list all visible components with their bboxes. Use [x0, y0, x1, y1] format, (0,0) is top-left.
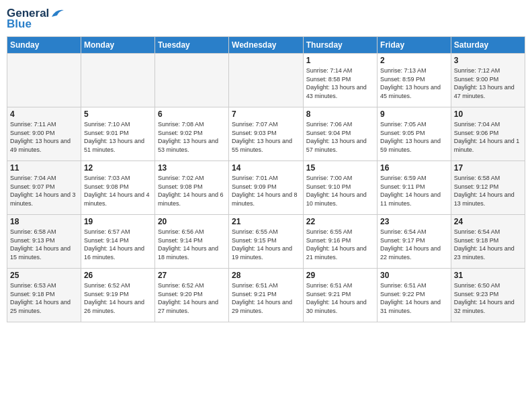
calendar-cell: 17Sunrise: 6:58 AMSunset: 9:12 PMDayligh…: [451, 161, 525, 215]
calendar-cell: [81, 54, 154, 107]
calendar-cell: [7, 54, 81, 107]
calendar-page: General Blue SundayMondayTuesdayWednesda…: [0, 0, 532, 411]
calendar-cell: 28Sunrise: 6:51 AMSunset: 9:21 PMDayligh…: [229, 269, 304, 322]
calendar-cell: 6Sunrise: 7:08 AMSunset: 9:02 PMDaylight…: [154, 107, 228, 161]
day-info: Sunrise: 6:58 AMSunset: 9:12 PMDaylight:…: [454, 174, 522, 208]
day-number: 14: [232, 163, 300, 173]
day-info: Sunrise: 7:03 AMSunset: 9:08 PMDaylight:…: [84, 174, 152, 208]
day-number: 2: [380, 56, 448, 65]
day-number: 31: [454, 271, 522, 280]
calendar-cell: 30Sunrise: 6:51 AMSunset: 9:22 PMDayligh…: [378, 269, 451, 322]
day-number: 30: [380, 271, 448, 280]
calendar-cell: 31Sunrise: 6:50 AMSunset: 9:23 PMDayligh…: [451, 269, 525, 322]
day-info: Sunrise: 7:08 AMSunset: 9:02 PMDaylight:…: [158, 120, 226, 154]
day-info: Sunrise: 7:01 AMSunset: 9:09 PMDaylight:…: [232, 174, 300, 208]
day-number: 18: [10, 217, 78, 226]
day-number: 28: [232, 271, 300, 280]
day-info: Sunrise: 7:13 AMSunset: 8:59 PMDaylight:…: [380, 66, 448, 100]
day-number: 9: [380, 109, 448, 119]
day-info: Sunrise: 6:51 AMSunset: 9:21 PMDaylight:…: [232, 281, 300, 315]
day-info: Sunrise: 6:53 AMSunset: 9:18 PMDaylight:…: [10, 281, 78, 315]
calendar-cell: 5Sunrise: 7:10 AMSunset: 9:01 PMDaylight…: [81, 107, 154, 161]
day-number: 23: [380, 217, 448, 226]
day-info: Sunrise: 6:52 AMSunset: 9:20 PMDaylight:…: [158, 281, 226, 315]
week-row-5: 25Sunrise: 6:53 AMSunset: 9:18 PMDayligh…: [7, 269, 525, 322]
week-row-4: 18Sunrise: 6:58 AMSunset: 9:13 PMDayligh…: [7, 215, 525, 269]
day-number: 20: [158, 217, 226, 226]
calendar-cell: 10Sunrise: 7:04 AMSunset: 9:06 PMDayligh…: [451, 107, 525, 161]
logo-bird-icon: [50, 7, 65, 19]
day-info: Sunrise: 6:56 AMSunset: 9:14 PMDaylight:…: [158, 228, 226, 261]
day-info: Sunrise: 6:52 AMSunset: 9:19 PMDaylight:…: [84, 281, 152, 315]
calendar-cell: 19Sunrise: 6:57 AMSunset: 9:14 PMDayligh…: [81, 215, 154, 269]
day-info: Sunrise: 6:51 AMSunset: 9:22 PMDaylight:…: [380, 281, 448, 315]
calendar-cell: 3Sunrise: 7:12 AMSunset: 9:00 PMDaylight…: [451, 54, 525, 107]
calendar-cell: 23Sunrise: 6:54 AMSunset: 9:17 PMDayligh…: [378, 215, 451, 269]
calendar-cell: 7Sunrise: 7:07 AMSunset: 9:03 PMDaylight…: [229, 107, 304, 161]
calendar-cell: 15Sunrise: 7:00 AMSunset: 9:10 PMDayligh…: [303, 161, 377, 215]
calendar-cell: 12Sunrise: 7:03 AMSunset: 9:08 PMDayligh…: [81, 161, 154, 215]
calendar-cell: 22Sunrise: 6:55 AMSunset: 9:16 PMDayligh…: [303, 215, 377, 269]
day-info: Sunrise: 7:02 AMSunset: 9:08 PMDaylight:…: [158, 174, 226, 208]
weekday-header-thursday: Thursday: [303, 37, 377, 54]
week-row-3: 11Sunrise: 7:04 AMSunset: 9:07 PMDayligh…: [7, 161, 525, 215]
day-number: 26: [84, 271, 152, 280]
day-number: 25: [10, 271, 78, 280]
day-number: 15: [306, 163, 374, 173]
day-number: 12: [84, 163, 152, 173]
day-number: 13: [158, 163, 226, 173]
day-info: Sunrise: 6:55 AMSunset: 9:16 PMDaylight:…: [306, 228, 374, 261]
logo: General Blue: [7, 7, 65, 31]
day-number: 24: [454, 217, 522, 226]
calendar-cell: 1Sunrise: 7:14 AMSunset: 8:58 PMDaylight…: [303, 54, 377, 107]
calendar-cell: 14Sunrise: 7:01 AMSunset: 9:09 PMDayligh…: [229, 161, 304, 215]
day-number: 27: [158, 271, 226, 280]
header: General Blue: [7, 7, 525, 31]
day-number: 11: [10, 163, 78, 173]
calendar-table: SundayMondayTuesdayWednesdayThursdayFrid…: [7, 36, 525, 322]
weekday-header-wednesday: Wednesday: [229, 37, 304, 54]
calendar-cell: 2Sunrise: 7:13 AMSunset: 8:59 PMDaylight…: [378, 54, 451, 107]
day-number: 5: [84, 109, 152, 119]
day-info: Sunrise: 7:12 AMSunset: 9:00 PMDaylight:…: [454, 66, 522, 100]
calendar-cell: 11Sunrise: 7:04 AMSunset: 9:07 PMDayligh…: [7, 161, 81, 215]
day-number: 21: [232, 217, 300, 226]
calendar-cell: 29Sunrise: 6:51 AMSunset: 9:21 PMDayligh…: [303, 269, 377, 322]
week-row-2: 4Sunrise: 7:11 AMSunset: 9:00 PMDaylight…: [7, 107, 525, 161]
calendar-cell: [154, 54, 228, 107]
day-info: Sunrise: 7:10 AMSunset: 9:01 PMDaylight:…: [84, 120, 152, 154]
day-info: Sunrise: 7:06 AMSunset: 9:04 PMDaylight:…: [306, 120, 374, 154]
weekday-header-saturday: Saturday: [451, 37, 525, 54]
day-number: 7: [232, 109, 300, 119]
calendar-cell: 21Sunrise: 6:55 AMSunset: 9:15 PMDayligh…: [229, 215, 304, 269]
day-info: Sunrise: 6:50 AMSunset: 9:23 PMDaylight:…: [454, 281, 522, 315]
day-number: 3: [454, 56, 522, 65]
day-number: 29: [306, 271, 374, 280]
day-number: 4: [10, 109, 78, 119]
day-info: Sunrise: 7:04 AMSunset: 9:06 PMDaylight:…: [454, 120, 522, 154]
calendar-cell: 27Sunrise: 6:52 AMSunset: 9:20 PMDayligh…: [154, 269, 228, 322]
weekday-header-sunday: Sunday: [7, 37, 81, 54]
day-info: Sunrise: 6:54 AMSunset: 9:17 PMDaylight:…: [380, 228, 448, 261]
day-info: Sunrise: 7:14 AMSunset: 8:58 PMDaylight:…: [306, 66, 374, 100]
weekday-header-row: SundayMondayTuesdayWednesdayThursdayFrid…: [7, 37, 525, 54]
day-info: Sunrise: 7:05 AMSunset: 9:05 PMDaylight:…: [380, 120, 448, 154]
day-info: Sunrise: 6:57 AMSunset: 9:14 PMDaylight:…: [84, 228, 152, 261]
day-number: 17: [454, 163, 522, 173]
day-info: Sunrise: 7:11 AMSunset: 9:00 PMDaylight:…: [10, 120, 78, 154]
calendar-cell: 24Sunrise: 6:54 AMSunset: 9:18 PMDayligh…: [451, 215, 525, 269]
day-info: Sunrise: 6:58 AMSunset: 9:13 PMDaylight:…: [10, 228, 78, 261]
day-info: Sunrise: 6:51 AMSunset: 9:21 PMDaylight:…: [306, 281, 374, 315]
day-number: 8: [306, 109, 374, 119]
calendar-cell: 16Sunrise: 6:59 AMSunset: 9:11 PMDayligh…: [378, 161, 451, 215]
day-info: Sunrise: 7:00 AMSunset: 9:10 PMDaylight:…: [306, 174, 374, 208]
calendar-cell: [229, 54, 304, 107]
day-info: Sunrise: 6:54 AMSunset: 9:18 PMDaylight:…: [454, 228, 522, 261]
calendar-cell: 8Sunrise: 7:06 AMSunset: 9:04 PMDaylight…: [303, 107, 377, 161]
day-info: Sunrise: 7:04 AMSunset: 9:07 PMDaylight:…: [10, 174, 78, 208]
calendar-cell: 4Sunrise: 7:11 AMSunset: 9:00 PMDaylight…: [7, 107, 81, 161]
day-number: 16: [380, 163, 448, 173]
day-number: 10: [454, 109, 522, 119]
day-info: Sunrise: 6:59 AMSunset: 9:11 PMDaylight:…: [380, 174, 448, 208]
weekday-header-monday: Monday: [81, 37, 154, 54]
